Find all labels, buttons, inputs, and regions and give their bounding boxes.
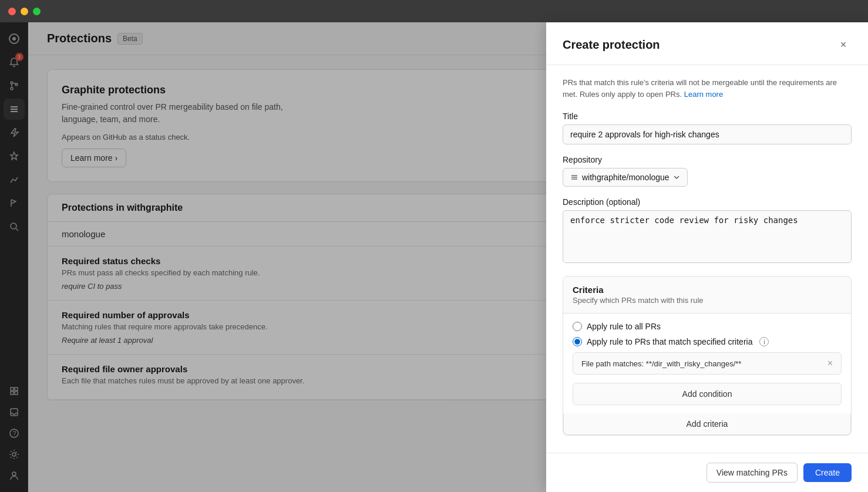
repository-label: Repository (563, 155, 852, 164)
minimize-button[interactable] (21, 8, 28, 15)
criteria-title: Criteria (573, 285, 842, 295)
chevron-down-icon (673, 174, 680, 181)
add-condition-button[interactable]: Add condition (573, 383, 842, 405)
radio-all-prs-input[interactable] (573, 322, 582, 331)
titlebar (0, 0, 868, 22)
panel-learn-more-link[interactable]: Learn more (684, 90, 723, 99)
create-button[interactable]: Create (803, 463, 852, 482)
panel-intro: PRs that match this rule's criteria will… (563, 77, 852, 100)
radio-all-prs-label: Apply rule to all PRs (587, 322, 661, 331)
condition-remove-button[interactable]: × (827, 359, 833, 368)
criteria-info-icon: i (759, 337, 769, 346)
repository-field-group: Repository withgraphite/monologue (563, 155, 852, 187)
panel-body: PRs that match this rule's criteria will… (546, 65, 868, 453)
radio-specified[interactable]: Apply rule to PRs that match specified c… (573, 337, 842, 346)
maximize-button[interactable] (33, 8, 41, 15)
repo-dropdown-icon (570, 173, 578, 181)
radio-all-prs[interactable]: Apply rule to all PRs (573, 322, 842, 331)
criteria-box: Criteria Specify which PRs match with th… (563, 276, 852, 436)
criteria-subtitle: Specify which PRs match with this rule (573, 296, 842, 305)
repository-value: withgraphite/monologue (582, 173, 669, 182)
add-criteria-button[interactable]: Add criteria (563, 413, 851, 435)
radio-specified-input[interactable] (573, 337, 582, 346)
criteria-body: Apply rule to all PRs Apply rule to PRs … (563, 314, 851, 413)
create-protection-panel: Create protection × PRs that match this … (546, 22, 868, 492)
description-label: Description (optional) (563, 197, 852, 207)
repository-dropdown[interactable]: withgraphite/monologue (563, 168, 688, 187)
title-label: Title (563, 112, 852, 121)
condition-tag: File path matches: **/dir_with_risky_cha… (573, 352, 842, 375)
criteria-header: Criteria Specify which PRs match with th… (563, 277, 851, 314)
panel-title: Create protection (563, 38, 660, 52)
title-input[interactable] (563, 124, 852, 144)
close-button[interactable] (8, 8, 16, 15)
title-field-group: Title (563, 112, 852, 144)
panel-footer: View matching PRs Create (546, 453, 868, 492)
view-matching-prs-button[interactable]: View matching PRs (706, 463, 798, 483)
description-field-group: Description (optional) (563, 197, 852, 265)
panel-close-button[interactable]: × (835, 36, 852, 53)
condition-text: File path matches: **/dir_with_risky_cha… (581, 359, 741, 368)
description-textarea[interactable] (563, 210, 852, 263)
panel-header: Create protection × (546, 22, 868, 65)
radio-specified-label: Apply rule to PRs that match specified c… (587, 337, 752, 346)
